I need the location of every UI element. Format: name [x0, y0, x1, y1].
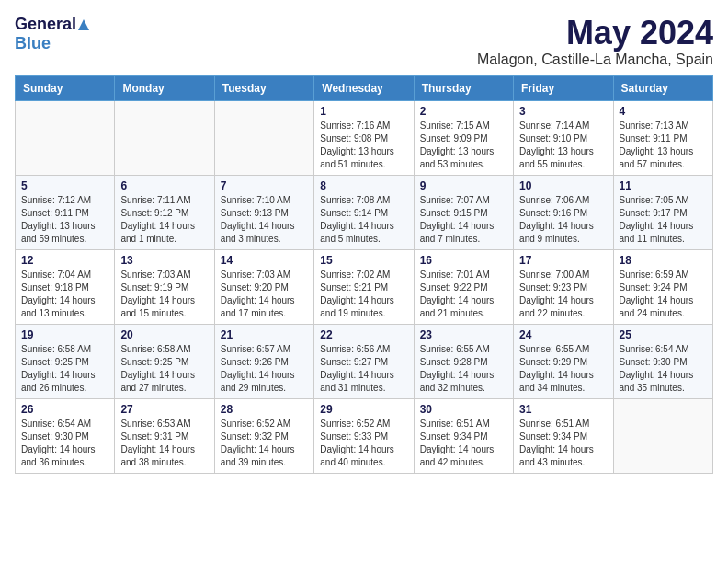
day-number: 26 — [21, 403, 108, 416]
logo-triangle-icon — [77, 18, 90, 31]
day-number: 14 — [221, 254, 308, 267]
day-info: Sunrise: 7:03 AM Sunset: 9:20 PM Dayligh… — [221, 269, 308, 320]
day-number: 28 — [221, 403, 308, 416]
day-info: Sunrise: 6:54 AM Sunset: 9:30 PM Dayligh… — [21, 418, 108, 469]
day-number: 7 — [221, 179, 308, 192]
day-info: Sunrise: 7:02 AM Sunset: 9:21 PM Dayligh… — [320, 269, 407, 320]
logo-general-text: General — [15, 15, 76, 34]
day-number: 4 — [620, 105, 707, 118]
day-info: Sunrise: 7:00 AM Sunset: 9:23 PM Dayligh… — [519, 269, 607, 320]
header: General Blue May 2024 Malagon, Castille-… — [15, 15, 713, 68]
day-info: Sunrise: 7:04 AM Sunset: 9:18 PM Dayligh… — [21, 269, 108, 320]
day-cell — [115, 100, 214, 175]
day-cell: 9Sunrise: 7:07 AM Sunset: 9:15 PM Daylig… — [414, 175, 513, 249]
week-row-1: 1Sunrise: 7:16 AM Sunset: 9:08 PM Daylig… — [16, 100, 713, 175]
day-number: 17 — [519, 254, 607, 267]
day-number: 15 — [320, 254, 407, 267]
day-cell: 25Sunrise: 6:54 AM Sunset: 9:30 PM Dayli… — [613, 324, 712, 398]
day-number: 24 — [519, 328, 607, 341]
week-row-2: 5Sunrise: 7:12 AM Sunset: 9:11 PM Daylig… — [16, 175, 713, 249]
day-info: Sunrise: 7:06 AM Sunset: 9:16 PM Dayligh… — [519, 194, 607, 246]
day-number: 3 — [519, 105, 607, 118]
day-info: Sunrise: 6:52 AM Sunset: 9:33 PM Dayligh… — [320, 418, 407, 469]
day-info: Sunrise: 6:56 AM Sunset: 9:27 PM Dayligh… — [320, 343, 407, 395]
svg-marker-0 — [78, 19, 89, 30]
day-cell — [613, 398, 712, 473]
day-number: 18 — [620, 254, 707, 267]
day-number: 9 — [420, 179, 507, 192]
month-title: May 2024 — [477, 15, 713, 52]
day-info: Sunrise: 7:13 AM Sunset: 9:11 PM Dayligh… — [620, 120, 707, 171]
day-cell: 28Sunrise: 6:52 AM Sunset: 9:32 PM Dayli… — [214, 398, 313, 473]
day-cell: 7Sunrise: 7:10 AM Sunset: 9:13 PM Daylig… — [214, 175, 313, 249]
weekday-header-tuesday: Tuesday — [214, 75, 313, 100]
day-info: Sunrise: 7:16 AM Sunset: 9:08 PM Dayligh… — [320, 120, 407, 171]
day-info: Sunrise: 6:59 AM Sunset: 9:24 PM Dayligh… — [620, 269, 707, 320]
day-cell: 29Sunrise: 6:52 AM Sunset: 9:33 PM Dayli… — [314, 398, 414, 473]
day-info: Sunrise: 6:54 AM Sunset: 9:30 PM Dayligh… — [620, 343, 707, 395]
weekday-header-sunday: Sunday — [16, 75, 115, 100]
day-info: Sunrise: 7:05 AM Sunset: 9:17 PM Dayligh… — [620, 194, 707, 246]
day-cell: 17Sunrise: 7:00 AM Sunset: 9:23 PM Dayli… — [514, 249, 613, 324]
day-cell: 16Sunrise: 7:01 AM Sunset: 9:22 PM Dayli… — [414, 249, 513, 324]
day-number: 23 — [420, 328, 507, 341]
day-info: Sunrise: 6:55 AM Sunset: 9:28 PM Dayligh… — [420, 343, 507, 395]
day-cell: 21Sunrise: 6:57 AM Sunset: 9:26 PM Dayli… — [214, 324, 313, 398]
weekday-header-thursday: Thursday — [414, 75, 513, 100]
weekday-header-monday: Monday — [115, 75, 214, 100]
day-cell: 10Sunrise: 7:06 AM Sunset: 9:16 PM Dayli… — [514, 175, 613, 249]
calendar-container: General Blue May 2024 Malagon, Castille-… — [0, 0, 728, 483]
day-cell: 24Sunrise: 6:55 AM Sunset: 9:29 PM Dayli… — [514, 324, 613, 398]
day-cell: 30Sunrise: 6:51 AM Sunset: 9:34 PM Dayli… — [414, 398, 513, 473]
day-number: 16 — [420, 254, 507, 267]
day-number: 1 — [320, 105, 407, 118]
day-info: Sunrise: 7:10 AM Sunset: 9:13 PM Dayligh… — [221, 194, 308, 246]
day-info: Sunrise: 6:58 AM Sunset: 9:25 PM Dayligh… — [21, 343, 108, 395]
logo-blue-text: Blue — [15, 34, 51, 52]
day-number: 10 — [519, 179, 607, 192]
calendar-table: SundayMondayTuesdayWednesdayThursdayFrid… — [15, 75, 713, 474]
weekday-header-friday: Friday — [514, 75, 613, 100]
day-info: Sunrise: 6:55 AM Sunset: 9:29 PM Dayligh… — [519, 343, 607, 395]
day-number: 27 — [120, 403, 208, 416]
day-info: Sunrise: 6:57 AM Sunset: 9:26 PM Dayligh… — [221, 343, 308, 395]
day-cell — [16, 100, 115, 175]
day-cell: 6Sunrise: 7:11 AM Sunset: 9:12 PM Daylig… — [115, 175, 214, 249]
day-info: Sunrise: 7:15 AM Sunset: 9:09 PM Dayligh… — [420, 120, 507, 171]
day-info: Sunrise: 7:03 AM Sunset: 9:19 PM Dayligh… — [120, 269, 208, 320]
day-info: Sunrise: 7:01 AM Sunset: 9:22 PM Dayligh… — [420, 269, 507, 320]
day-number: 6 — [120, 179, 208, 192]
day-info: Sunrise: 7:08 AM Sunset: 9:14 PM Dayligh… — [320, 194, 407, 246]
day-info: Sunrise: 6:51 AM Sunset: 9:34 PM Dayligh… — [420, 418, 507, 469]
day-number: 13 — [120, 254, 208, 267]
location-title: Malagon, Castille-La Mancha, Spain — [477, 52, 713, 68]
day-cell: 22Sunrise: 6:56 AM Sunset: 9:27 PM Dayli… — [314, 324, 414, 398]
day-info: Sunrise: 6:58 AM Sunset: 9:25 PM Dayligh… — [120, 343, 208, 395]
week-row-3: 12Sunrise: 7:04 AM Sunset: 9:18 PM Dayli… — [16, 249, 713, 324]
day-number: 19 — [21, 328, 108, 341]
day-cell: 23Sunrise: 6:55 AM Sunset: 9:28 PM Dayli… — [414, 324, 513, 398]
week-row-4: 19Sunrise: 6:58 AM Sunset: 9:25 PM Dayli… — [16, 324, 713, 398]
day-cell: 18Sunrise: 6:59 AM Sunset: 9:24 PM Dayli… — [613, 249, 712, 324]
day-cell: 19Sunrise: 6:58 AM Sunset: 9:25 PM Dayli… — [16, 324, 115, 398]
day-cell: 12Sunrise: 7:04 AM Sunset: 9:18 PM Dayli… — [16, 249, 115, 324]
day-info: Sunrise: 7:07 AM Sunset: 9:15 PM Dayligh… — [420, 194, 507, 246]
day-cell: 11Sunrise: 7:05 AM Sunset: 9:17 PM Dayli… — [613, 175, 712, 249]
day-cell: 5Sunrise: 7:12 AM Sunset: 9:11 PM Daylig… — [16, 175, 115, 249]
day-number: 29 — [320, 403, 407, 416]
day-info: Sunrise: 6:53 AM Sunset: 9:31 PM Dayligh… — [120, 418, 208, 469]
day-number: 5 — [21, 179, 108, 192]
day-cell: 31Sunrise: 6:51 AM Sunset: 9:34 PM Dayli… — [514, 398, 613, 473]
day-number: 2 — [420, 105, 507, 118]
day-cell: 3Sunrise: 7:14 AM Sunset: 9:10 PM Daylig… — [514, 100, 613, 175]
weekday-header-saturday: Saturday — [613, 75, 712, 100]
title-section: May 2024 Malagon, Castille-La Mancha, Sp… — [477, 15, 713, 68]
day-number: 31 — [519, 403, 607, 416]
day-info: Sunrise: 6:52 AM Sunset: 9:32 PM Dayligh… — [221, 418, 308, 469]
day-number: 22 — [320, 328, 407, 341]
day-cell: 1Sunrise: 7:16 AM Sunset: 9:08 PM Daylig… — [314, 100, 414, 175]
day-number: 8 — [320, 179, 407, 192]
day-cell: 26Sunrise: 6:54 AM Sunset: 9:30 PM Dayli… — [16, 398, 115, 473]
day-cell: 27Sunrise: 6:53 AM Sunset: 9:31 PM Dayli… — [115, 398, 214, 473]
day-number: 20 — [120, 328, 208, 341]
